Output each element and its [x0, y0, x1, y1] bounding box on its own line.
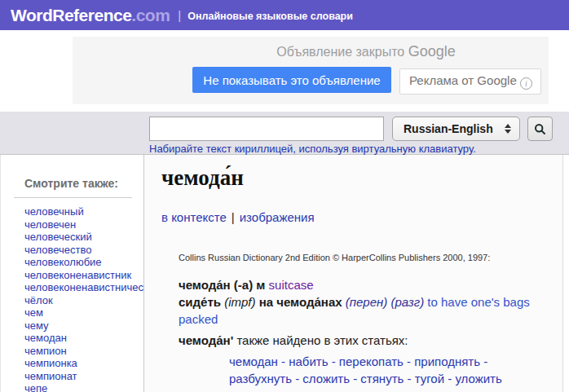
- related-word-link[interactable]: сложить: [302, 372, 350, 385]
- sidebar-word-link[interactable]: чемодан: [24, 332, 67, 344]
- dictionary-select[interactable]: Russian-English: [392, 117, 520, 141]
- ads-by-google-button[interactable]: Реклама от Google i: [399, 68, 541, 95]
- list-item: человеколюбие: [24, 256, 143, 269]
- list-item: чему: [24, 319, 143, 333]
- sidebar-divider: [14, 197, 132, 198]
- dictionary-entry: чемода́н (-а) м suitcase сиде́ть (impf) …: [179, 276, 544, 387]
- sidebar-word-link[interactable]: чему: [24, 319, 49, 332]
- sidebar-word-link[interactable]: чемпионка: [24, 357, 77, 369]
- dismiss-ad-button[interactable]: Не показывать это объявление: [192, 67, 391, 93]
- list-item: чепе: [24, 382, 143, 392]
- site-logo[interactable]: WordReference.com: [11, 6, 170, 25]
- ad-buttons-row: Не показывать это объявление Реклама от …: [192, 67, 541, 95]
- list-item: человечество: [24, 244, 143, 257]
- ad-banner: Объявление закрыто Google Не показывать …: [73, 37, 549, 104]
- sidebar-word-link[interactable]: чемпионат: [24, 370, 77, 382]
- select-arrows-icon: [505, 124, 511, 134]
- also-found-word: чемода́н': [179, 333, 233, 347]
- images-link[interactable]: изображения: [240, 210, 315, 224]
- search-button[interactable]: [527, 117, 553, 141]
- brand-name: WordReference: [11, 6, 131, 24]
- context-links-row: в контексте|изображения: [161, 210, 562, 224]
- header-separator: |: [178, 8, 181, 22]
- see-also-list: человечный человечен человеческий челове…: [24, 205, 143, 392]
- entry-inflection: (-а): [234, 278, 253, 292]
- sidebar-word-link[interactable]: человечество: [24, 244, 92, 256]
- sidebar-word-link[interactable]: человечен: [24, 218, 76, 231]
- sidebar-word-link[interactable]: человеческий: [24, 231, 92, 243]
- sidebar-word-link[interactable]: чемпион: [24, 345, 67, 357]
- list-item: чемодан: [24, 332, 143, 345]
- entry-verb: сиде́ть: [179, 295, 221, 309]
- body-row: Смотрите также: человечный человечен чел…: [0, 155, 569, 392]
- sidebar-word-link[interactable]: чёлок: [24, 294, 53, 306]
- ad-closed-message: Объявление закрыто Google: [203, 43, 529, 60]
- also-found-text: также найдено в этих статьях:: [233, 333, 408, 347]
- entry-register-label-1: (перен): [346, 295, 388, 309]
- entry-register-label-2: (разг): [390, 295, 424, 309]
- list-item: чемпионка: [24, 357, 143, 370]
- list-item: чемпион: [24, 345, 143, 358]
- translation-link-suitcase[interactable]: suitcase: [269, 278, 314, 292]
- entry-aspect-label: (impf): [224, 295, 255, 309]
- links-separator: |: [232, 210, 235, 224]
- brand-suffix: .com: [131, 6, 170, 24]
- sidebar: Смотрите также: человечный человечен чел…: [1, 155, 144, 392]
- search-section: Russian-English Набирайте текст кириллиц…: [0, 112, 569, 155]
- sidebar-word-link[interactable]: чепе: [24, 382, 47, 392]
- related-word-link[interactable]: разбухнуть: [229, 372, 292, 385]
- list-item: чем: [24, 306, 143, 319]
- sidebar-word-link[interactable]: чем: [24, 306, 43, 319]
- site-header: WordReference.com | Онлайновые языковые …: [0, 0, 569, 30]
- list-item: человечен: [24, 218, 143, 231]
- entry-line-1: чемода́н (-а) м suitcase: [179, 276, 544, 293]
- list-item: человеконенавистнический: [24, 281, 143, 294]
- entry-line-2: сиде́ть (impf) на чемода́нах (перен) (ра…: [179, 293, 544, 328]
- sidebar-word-link[interactable]: человечный: [24, 205, 84, 218]
- magnifier-icon: [534, 123, 546, 135]
- entry-headword: чемода́н: [179, 278, 231, 292]
- related-word-link[interactable]: чемодан: [229, 355, 278, 368]
- related-word-link[interactable]: уложить: [455, 372, 501, 385]
- entry-phrase: на чемода́нах: [259, 295, 342, 309]
- also-found-line: чемода́н' также найдено в этих статьях:: [179, 332, 544, 349]
- sidebar-heading: Смотрите также:: [24, 177, 143, 190]
- list-item: человечный: [24, 205, 143, 218]
- related-word-link[interactable]: приподнять: [414, 355, 480, 368]
- ads-by-google-label: Реклама от Google: [409, 73, 517, 87]
- search-input[interactable]: [149, 117, 384, 141]
- google-wordmark: Google: [408, 43, 456, 59]
- sidebar-word-link[interactable]: человеконенавистник: [24, 269, 131, 281]
- related-links: чемодан - набить - перекопать - приподня…: [229, 353, 544, 387]
- list-item: чёлок: [24, 294, 143, 307]
- site-tagline: Онлайновые языковые словари: [187, 9, 353, 22]
- ad-closed-text: Объявление закрыто: [276, 45, 404, 59]
- page: WordReference.com | Онлайновые языковые …: [0, 0, 569, 392]
- sidebar-word-link[interactable]: человеконенавистнический: [24, 281, 160, 293]
- related-word-link[interactable]: тугой: [415, 372, 444, 385]
- related-word-link[interactable]: перекопать: [339, 355, 404, 368]
- main-content: чемода́н в контексте|изображения Collins…: [144, 155, 563, 392]
- info-icon[interactable]: i: [520, 77, 532, 90]
- page-title-headword: чемода́н: [161, 165, 562, 191]
- sidebar-word-link[interactable]: человеколюбие: [24, 256, 102, 268]
- dictionary-select-value: Russian-English: [404, 122, 505, 135]
- dictionary-attribution: Collins Russian Dictionary 2nd Edition ©…: [179, 253, 562, 262]
- list-item: человеческий: [24, 231, 143, 244]
- virtual-keyboard-link[interactable]: Набирайте текст кириллицей, используя ви…: [149, 143, 476, 155]
- entry-gender: м: [256, 278, 265, 292]
- related-word-link[interactable]: набить: [289, 355, 328, 368]
- list-item: человеконенавистник: [24, 269, 143, 282]
- list-item: чемпионат: [24, 370, 143, 383]
- related-word-link[interactable]: стянуть: [360, 372, 404, 385]
- in-context-link[interactable]: в контексте: [161, 210, 227, 224]
